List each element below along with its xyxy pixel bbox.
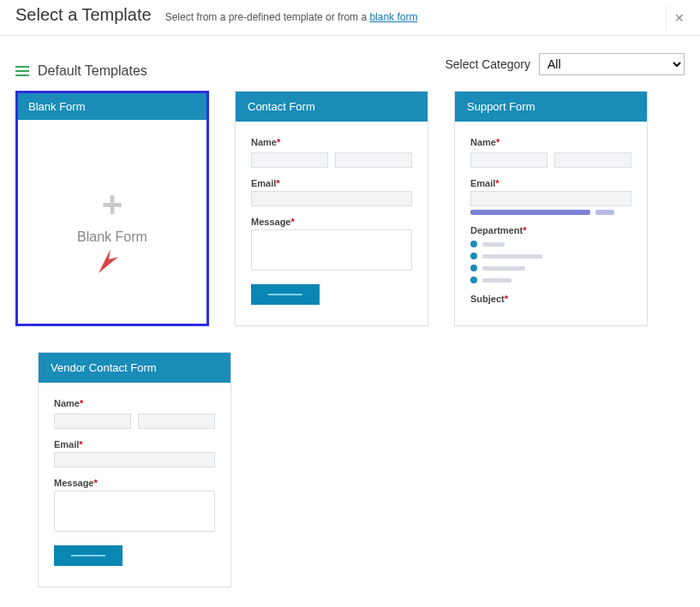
field-label-name: Name* <box>470 137 631 147</box>
email-preview <box>54 452 215 467</box>
close-icon[interactable]: ✕ <box>666 5 691 31</box>
field-label-email: Email* <box>54 439 215 449</box>
template-card-contact-form[interactable]: Contact Form Name* Email* Message* <box>235 91 428 326</box>
card-body: Name* Email* Message* <box>236 122 428 325</box>
field-label-name: Name* <box>251 137 412 147</box>
subtitle-text: Select from a pre-defined template or fr… <box>165 11 370 23</box>
field-label-email: Email* <box>251 178 412 188</box>
field-label-subject: Subject* <box>470 294 631 304</box>
message-preview <box>251 229 412 271</box>
card-header: Vendor Contact Form <box>39 353 230 383</box>
last-name-preview <box>138 414 215 429</box>
list-icon <box>15 66 29 76</box>
field-label-department: Department* <box>470 225 631 235</box>
template-card-support-form[interactable]: Support Form Name* Email* Department* <box>454 91 648 326</box>
category-select[interactable]: All <box>539 53 685 75</box>
section-heading: Default Templates <box>38 63 147 79</box>
submit-preview <box>54 545 123 566</box>
dialog-header: Select a Template Select from a pre-defi… <box>0 0 700 36</box>
template-grid: Blank Form + Blank Form Contact Form Nam… <box>15 91 685 326</box>
template-grid-row2: Vendor Contact Form Name* Email* Message… <box>38 352 685 587</box>
card-header: Contact Form <box>236 92 428 122</box>
template-card-vendor-contact-form[interactable]: Vendor Contact Form Name* Email* Message… <box>38 352 231 587</box>
content: Select Category All Default Templates Bl… <box>0 36 700 598</box>
radio-list-preview <box>470 241 631 283</box>
card-body: Name* Email* Department* <box>455 122 647 324</box>
blank-form-link[interactable]: blank form <box>369 11 417 23</box>
first-name-preview <box>251 152 328 168</box>
category-label: Select Category <box>445 57 530 71</box>
message-preview <box>54 491 215 532</box>
field-label-name: Name* <box>54 398 215 408</box>
email-preview <box>251 191 412 206</box>
first-name-preview <box>470 152 547 168</box>
card-body: + Blank Form <box>18 120 206 317</box>
plus-icon: + <box>102 187 123 223</box>
last-name-preview <box>335 152 412 168</box>
template-card-blank-form[interactable]: Blank Form + Blank Form <box>15 91 209 326</box>
first-name-preview <box>54 414 131 429</box>
blank-form-label: Blank Form <box>77 229 147 245</box>
email-preview <box>470 191 631 206</box>
field-label-message: Message* <box>251 217 412 227</box>
card-header: Blank Form <box>18 93 206 120</box>
skeleton-line <box>470 210 631 215</box>
submit-preview <box>251 284 320 305</box>
field-label-email: Email* <box>470 178 631 188</box>
card-header: Support Form <box>455 92 647 122</box>
last-name-preview <box>554 152 631 168</box>
page-subtitle: Select from a pre-defined template or fr… <box>165 11 418 23</box>
page-title: Select a Template <box>15 5 152 25</box>
card-body: Name* Email* Message* <box>39 383 230 586</box>
field-label-message: Message* <box>54 478 215 488</box>
cursor-arrow-icon <box>95 244 119 277</box>
